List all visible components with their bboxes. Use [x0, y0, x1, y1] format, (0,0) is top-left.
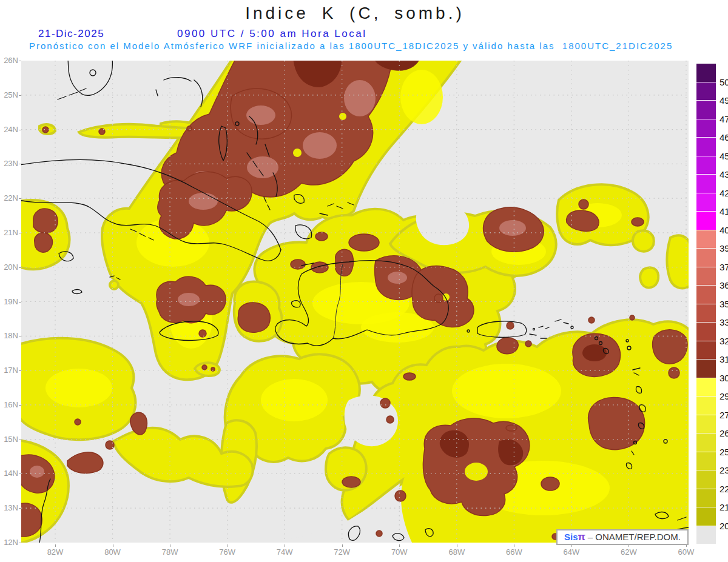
colorbar-label: 27.8 [720, 410, 728, 420]
lat-label: 12N [1, 538, 18, 547]
lat-tick [19, 95, 21, 96]
colorbar-label: 29.1 [720, 391, 728, 401]
lon-label: 76W [214, 547, 241, 557]
colorbar-label: 39.1 [720, 243, 728, 253]
colorbar-cell [696, 489, 716, 508]
lat-label: 14N [1, 469, 18, 478]
lon-tick [342, 544, 343, 547]
colorbar-cell [696, 360, 716, 378]
lat-label: 18N [1, 331, 18, 340]
colorbar-label: 35.2 [720, 299, 728, 309]
colorbar-cell [696, 175, 716, 193]
lat-tick [19, 405, 21, 406]
colorbar-label: 22.6 [720, 484, 728, 494]
lat-label: 13N [1, 503, 18, 512]
lat-label: 26N [1, 56, 18, 65]
lat-label: 19N [1, 297, 18, 306]
colorbar-cell [696, 138, 716, 156]
lon-tick [228, 544, 228, 547]
lon-tick [285, 544, 285, 547]
lat-tick [19, 336, 21, 336]
lon-label: 62W [615, 547, 642, 557]
colorbar-cell [696, 378, 716, 397]
lon-tick [170, 544, 170, 547]
forecast-figure: Indice K (C, somb.) 21-Dic-2025 0900 UTC… [0, 0, 728, 562]
watermark-pi-icon: π [578, 532, 585, 542]
lat-label: 16N [1, 400, 18, 409]
colorbar-label: 45.2 [720, 151, 728, 161]
forecast-date: 21-Dic-2025 [38, 28, 104, 40]
lat-tick [19, 473, 21, 474]
watermark-box: Sisπ– ONAMET/REP.DOM. [556, 529, 689, 545]
colorbar-label: 42.6 [720, 188, 728, 198]
lon-label: 72W [329, 547, 356, 557]
colorbar-label: 30 [720, 373, 728, 383]
header-row: 21-Dic-2025 0900 UTC / 5:00 am Hora Loca… [0, 28, 728, 40]
lat-tick [19, 164, 21, 164]
colorbar-cell [696, 452, 716, 471]
colorbar-cell [696, 507, 716, 526]
lat-label: 17N [1, 366, 18, 375]
watermark-source: – ONAMET/REP.DOM. [588, 532, 681, 542]
colorbar-cell [696, 286, 716, 304]
lat-tick [19, 370, 21, 371]
colorbar-cell [696, 249, 716, 267]
colorbar-label: 33.9 [720, 317, 728, 327]
colorbar-cell [696, 267, 716, 286]
lat-label: 15N [1, 435, 18, 444]
colorbar-label: 26.5 [720, 428, 728, 438]
lat-tick [19, 130, 21, 130]
model-init-line: Pronóstico con el Modelo Atmósferico WRF… [29, 41, 673, 51]
colorbar-cell [696, 156, 716, 175]
lon-tick [457, 544, 457, 547]
colorbar-cell [696, 396, 716, 415]
colorbar-cell [696, 82, 716, 101]
colorbar-cell [696, 415, 716, 434]
lat-tick [19, 302, 21, 303]
colorbar-label: 43.9 [720, 169, 728, 179]
lon-tick [113, 544, 113, 547]
colorbar-cell [696, 119, 716, 138]
colorbar-label: 25.2 [720, 447, 728, 457]
colorbar-label: 49.1 [720, 95, 728, 105]
lat-label: 20N [1, 263, 18, 272]
colorbar-cell [696, 433, 716, 452]
watermark-sis: Sis [564, 532, 578, 542]
lon-label: 82W [42, 547, 69, 557]
colorbar-cell [696, 526, 716, 545]
lon-label: 68W [443, 547, 470, 557]
colorbar-cell [696, 341, 716, 360]
colorbar-label: 20 [720, 521, 728, 531]
lat-tick [19, 198, 21, 199]
lat-tick [19, 543, 21, 543]
forecast-valid-time: 0900 UTC / 5:00 am Hora Local [177, 28, 367, 40]
colorbar-cell [696, 304, 716, 323]
lon-label: 80W [99, 547, 126, 557]
colorbar-label: 32.6 [720, 336, 728, 346]
lon-tick [55, 544, 56, 547]
colorbar-label: 41.3 [720, 206, 728, 216]
colorbar-cell [696, 470, 716, 489]
lon-label: 60W [673, 547, 699, 557]
colorbar-cell [696, 212, 716, 230]
lat-label: 23N [1, 159, 18, 168]
colorbar-cell [696, 101, 716, 119]
lat-label: 25N [1, 90, 18, 99]
colorbar-label: 31.3 [720, 354, 728, 364]
lat-tick [19, 440, 21, 440]
colorbar-label: 23.9 [720, 465, 728, 475]
colorbar-cell [696, 230, 716, 249]
lat-tick [19, 267, 21, 268]
lat-label: 24N [1, 125, 18, 134]
colorbar-label: 47.8 [720, 114, 728, 124]
lon-label: 74W [271, 547, 298, 557]
colorbar-cell [696, 323, 716, 341]
lon-tick [399, 544, 400, 547]
lat-label: 22N [1, 193, 18, 202]
colorbar-label: 50 [720, 77, 728, 87]
page-title: Indice K (C, somb.) [21, 4, 689, 23]
lon-label: 66W [500, 547, 527, 557]
colorbar-label: 46.5 [720, 132, 728, 142]
colorbar-label: 40 [720, 225, 728, 235]
lat-tick [19, 61, 21, 61]
